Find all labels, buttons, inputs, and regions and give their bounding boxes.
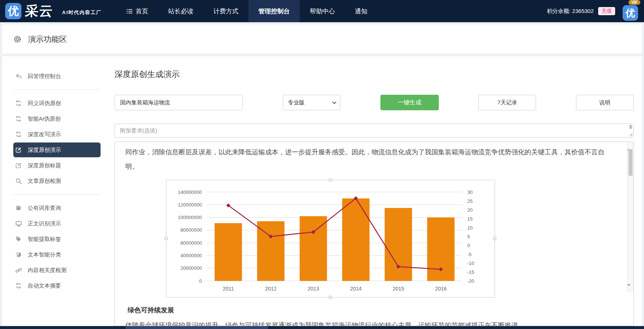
sidebar-item-public-lexicon-query[interactable]: 公有词库查询: [13, 201, 101, 215]
points-balance: 积分余额: 2365302: [547, 8, 594, 15]
svg-text:2016: 2016: [435, 286, 447, 292]
sidebar-item-synonym-rewrite[interactable]: 同义词伪原创: [13, 96, 101, 111]
extra-requirements-textarea[interactable]: [115, 124, 634, 138]
svg-text:20: 20: [467, 207, 472, 213]
nav-item-help-center[interactable]: 帮助中心: [300, 0, 345, 22]
svg-text:10: 10: [467, 225, 472, 231]
sidebar-item-body-text-recognition-demo[interactable]: 正文识别演示: [13, 216, 101, 231]
help-button[interactable]: 说明: [576, 95, 634, 110]
sidebar-divider: [13, 90, 101, 90]
search-icon: [15, 178, 22, 184]
edit-icon: [15, 162, 22, 168]
chart-resize-handle-right[interactable]: [493, 237, 496, 240]
vip-badge: VIP: [628, 0, 640, 5]
sidebar-item-label: 深度原创标题: [28, 162, 61, 169]
scroll-down-icon[interactable]: [627, 286, 633, 292]
document-heading: 绿色可持续发展: [128, 306, 616, 315]
stepper-down-icon[interactable]: [629, 127, 632, 129]
embedded-chart[interactable]: 1400000001200000001000000008000000060000…: [166, 180, 495, 298]
app-window: 优 采云 AI时代内容工厂 首页站长必读计费方式管理控制台帮助中心通知 积分余额…: [0, 0, 644, 329]
nav-item-pricing[interactable]: 计费方式: [203, 0, 248, 22]
sidebar-item-label: 内容相关度检测: [28, 267, 67, 274]
nav-item-label: 管理控制台: [258, 7, 290, 16]
sidebar-item-text-classification[interactable]: 文本智能分类: [13, 247, 101, 262]
sidebar-item-deep-original-demo[interactable]: 深度原创演示: [13, 142, 101, 157]
recharge-button[interactable]: 充值: [598, 7, 615, 15]
result-document-panel: 同作业，消除信息断层及误差，以此来降低运输成本，进一步提升服务感受。因此，物流信…: [115, 142, 634, 326]
main-panel: 回管理控制台同义词伪原创智能AI伪原创深度改写演示深度原创演示深度原创标题文章原…: [2, 56, 642, 327]
svg-text:140000000: 140000000: [178, 189, 202, 195]
sidebar-item-deep-original-title[interactable]: 深度原创标题: [13, 158, 101, 173]
nav-item-label: 站长必读: [168, 7, 193, 16]
svg-text:-5: -5: [467, 252, 472, 257]
bottom-scrollbar[interactable]: [0, 326, 644, 329]
nav-item-label: 计费方式: [213, 7, 238, 16]
history-button[interactable]: 7天记录: [478, 95, 536, 110]
sidebar-divider: [13, 194, 101, 195]
stepper-icon[interactable]: [629, 125, 632, 129]
sidebar-item-label: 深度改写演示: [28, 131, 61, 138]
sidebar-item-article-originality-check[interactable]: 文章原创检测: [13, 174, 101, 188]
nav-item-label: 帮助中心: [310, 7, 335, 16]
svg-text:2015: 2015: [393, 286, 404, 292]
horizontal-scrollbar-thumb[interactable]: [126, 326, 268, 329]
sidebar-item-content-relevance-check[interactable]: 内容相关度检测: [13, 263, 101, 278]
sidebar-item-label: 深度原创演示: [28, 147, 61, 154]
svg-text:100000000: 100000000: [178, 215, 202, 220]
svg-text:0: 0: [199, 278, 202, 284]
brand-logo[interactable]: 优 采云 AI时代内容工厂: [5, 2, 102, 20]
resize-grip-icon[interactable]: [629, 132, 633, 137]
svg-text:20000000: 20000000: [180, 265, 202, 271]
svg-text:2011: 2011: [223, 286, 234, 292]
sidebar-item-auto-summary[interactable]: 自动文本摘要: [13, 278, 101, 293]
svg-text:80000000: 80000000: [180, 227, 202, 233]
generate-button[interactable]: 一键生成: [380, 95, 439, 110]
stepper-up-icon[interactable]: [629, 125, 632, 127]
chart-resize-handle-left[interactable]: [165, 237, 168, 240]
gear-icon: [13, 35, 21, 43]
sidebar-item-ai-rewrite[interactable]: 智能AI伪原创: [13, 111, 101, 126]
svg-text:120000000: 120000000: [178, 202, 202, 208]
sidebar: 回管理控制台同义词伪原创智能AI伪原创深度改写演示深度原创演示深度原创标题文章原…: [2, 56, 112, 327]
document-paragraph-bottom: 伴随着全球环境保护意识的提升，绿色与可持续发展逐渐成为我国集装箱海运物流行业的核…: [125, 318, 616, 326]
nav-item-must-read[interactable]: 站长必读: [158, 0, 203, 22]
svg-text:30: 30: [467, 189, 472, 195]
tag-icon: [15, 236, 22, 242]
avatar[interactable]: 优: [623, 5, 638, 21]
sidebar-item-label: 智能AI伪原创: [28, 115, 61, 122]
sidebar-item-deep-rewrite-demo[interactable]: 深度改写演示: [13, 127, 101, 142]
brand-tagline: AI时代内容工厂: [62, 9, 102, 16]
nav-item-console[interactable]: 管理控制台: [248, 0, 300, 22]
user-avatar[interactable]: 优 VIP: [622, 0, 639, 22]
svg-text:-10: -10: [467, 261, 474, 266]
sidebar-item-label: 自动文本摘要: [28, 282, 61, 289]
logo-badge: 优: [5, 3, 21, 19]
scroll-up-icon[interactable]: [627, 142, 633, 148]
chart-resize-handle-bottom[interactable]: [329, 296, 332, 299]
sidebar-item-back-to-console[interactable]: 回管理控制台: [13, 69, 101, 84]
controls-row: 专业版 一键生成 7天记录 说明: [115, 95, 634, 110]
scrollbar-thumb[interactable]: [628, 149, 633, 176]
edit-icon: [15, 147, 22, 153]
svg-text:15: 15: [467, 216, 472, 222]
link-icon: [15, 267, 22, 273]
nav-item-notice[interactable]: 通知: [345, 0, 377, 22]
svg-text:60000000: 60000000: [180, 240, 202, 246]
svg-text:2014: 2014: [350, 286, 362, 292]
version-select[interactable]: 专业版: [283, 95, 340, 110]
svg-text:0: 0: [467, 243, 470, 248]
sidebar-item-smart-tag-extraction[interactable]: 智能提取标签: [13, 232, 101, 246]
document-scrollbar[interactable]: [627, 142, 633, 292]
monitor-icon: [15, 221, 22, 227]
section-title: 深度原创生成演示: [115, 69, 634, 80]
keyword-input[interactable]: [115, 95, 243, 110]
sidebar-item-label: 公有词库查询: [28, 205, 61, 212]
chart-resize-handle-top[interactable]: [329, 178, 332, 182]
sync-icon: [15, 116, 22, 122]
generated-document: 同作业，消除信息断层及误差，以此来降低运输成本，进一步提升服务感受。因此，物流信…: [115, 142, 633, 326]
logo-text: 采云: [24, 2, 54, 20]
sync-icon: [15, 283, 22, 289]
nav-item-home[interactable]: 首页: [116, 0, 158, 22]
sidebar-item-label: 智能提取标签: [28, 236, 61, 243]
book-icon: [15, 205, 22, 211]
